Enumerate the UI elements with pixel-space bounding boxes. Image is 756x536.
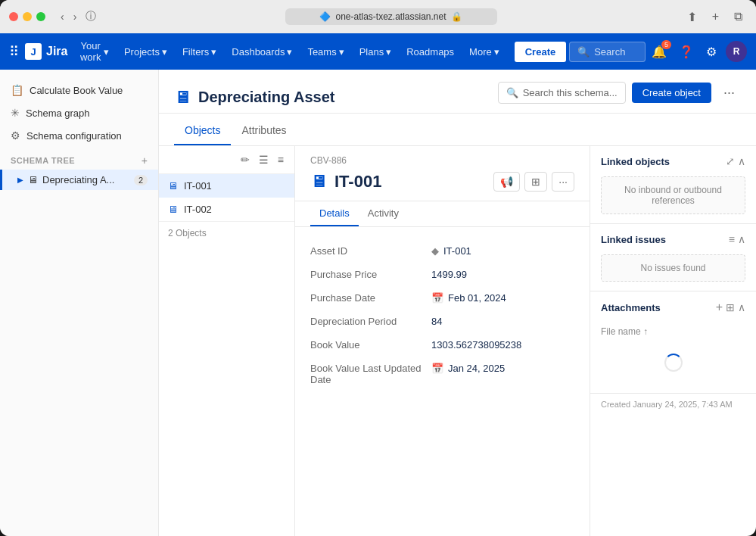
attachments-collapse-button[interactable]: ∧	[738, 301, 745, 313]
close-button[interactable]	[9, 12, 18, 21]
filter-icon-button[interactable]: ☰	[256, 152, 272, 167]
object-item-icon-it001: 🖥	[168, 180, 178, 192]
search-bar[interactable]: 🔍 Search	[569, 42, 646, 62]
detail-title-left: 🖥 IT-001	[310, 172, 381, 192]
linked-objects-title: Linked objects	[601, 156, 670, 167]
sidebar-item-schema-config[interactable]: ⚙ Schema configuration	[0, 124, 158, 147]
detail-panel: CBV-886 🖥 IT-001 📢 ⊞ ··· Detai	[295, 146, 590, 536]
loading-spinner	[601, 341, 745, 384]
nav-dashboards[interactable]: Dashboards ▾	[226, 43, 298, 61]
schema-tree-section: SCHEMA TREE +	[0, 147, 158, 170]
sidebar-item-schema-graph[interactable]: ✳ Schema graph	[0, 101, 158, 124]
nav-your-work[interactable]: Your work ▾	[73, 37, 114, 66]
announce-button[interactable]: 📢	[493, 172, 520, 192]
linked-objects-actions: ⤢ ∧	[726, 155, 745, 167]
object-list: ✏ ☰ ≡ 🖥 IT-001 🖥 IT-002	[159, 146, 295, 536]
jira-favicon-icon: 🔷	[319, 11, 331, 22]
calculate-icon: 📋	[11, 84, 23, 96]
detail-more-button[interactable]: ···	[552, 172, 574, 192]
detail-title-text: IT-001	[334, 172, 381, 192]
nav-plans[interactable]: Plans ▾	[353, 43, 398, 61]
linked-issues-title: Linked issues	[601, 234, 666, 245]
share-button[interactable]: ⬆	[683, 8, 702, 26]
asset-more-button[interactable]: ···	[717, 82, 741, 104]
copy-button[interactable]: ⧉	[730, 8, 747, 25]
linked-objects-section: Linked objects ⤢ ∧ No inbound or outboun…	[590, 146, 756, 224]
created-info: Created January 24, 2025, 7:43 AM	[590, 394, 756, 415]
create-object-button[interactable]: Create object	[632, 83, 711, 103]
tree-item-badge: 2	[134, 175, 148, 185]
file-name-header: File name ↑	[601, 323, 745, 341]
detail-title-actions: 📢 ⊞ ···	[493, 172, 574, 192]
nav-roadmaps[interactable]: Roadmaps	[400, 43, 460, 61]
linked-objects-expand-icon[interactable]: ⤢	[726, 155, 735, 167]
schema-graph-icon: ✳	[11, 107, 20, 119]
object-item-label-it002: IT-002	[184, 204, 212, 215]
forward-button[interactable]: ›	[70, 8, 80, 25]
info-button[interactable]: ⓘ	[82, 8, 99, 25]
sidebar-tree-depreciating[interactable]: ▶ 🖥 Depreciating A... 2	[0, 170, 158, 190]
field-value-asset-id: ◆ IT-001	[431, 245, 471, 257]
nav-more[interactable]: More ▾	[463, 43, 506, 61]
attachments-add-button[interactable]: +	[716, 301, 723, 314]
minimize-button[interactable]	[23, 12, 32, 21]
main-tabs: Objects Attributes	[159, 117, 756, 146]
create-button[interactable]: Create	[515, 42, 566, 62]
avatar[interactable]: R	[726, 41, 747, 62]
sidebar-item-calculate[interactable]: 📋 Calculate Book Value	[0, 79, 158, 101]
lock-icon: 🔒	[451, 11, 462, 22]
linked-issues-filter-icon[interactable]: ≡	[729, 233, 735, 245]
object-item-it002[interactable]: 🖥 IT-002	[159, 198, 294, 221]
edit-icon-button[interactable]: ✏	[238, 152, 253, 167]
detail-tabs: Details Activity	[295, 201, 590, 227]
field-book-value-date: Book Value Last Updated Date 📅 Jan 24, 2…	[310, 357, 574, 391]
asset-title-text: Depreciating Asset	[198, 89, 334, 106]
nav-projects[interactable]: Projects ▾	[118, 43, 173, 61]
tab-objects[interactable]: Objects	[174, 117, 231, 145]
schema-search-icon: 🔍	[506, 87, 518, 98]
back-button[interactable]: ‹	[58, 8, 67, 25]
tab-attributes[interactable]: Attributes	[231, 117, 297, 145]
list-view-button[interactable]: ≡	[275, 152, 287, 167]
window-controls: ‹ › ⓘ	[58, 8, 99, 25]
nav-teams[interactable]: Teams ▾	[301, 43, 350, 61]
apps-grid-icon[interactable]: ⠿	[9, 43, 19, 60]
add-schema-button[interactable]: +	[142, 154, 148, 167]
url-display[interactable]: 🔷 one-atlas-txez.atlassian.net 🔒	[285, 8, 497, 25]
sidebar-item-schema-graph-label: Schema graph	[26, 108, 90, 119]
attachments-section: Attachments + ⊞ ∧ File name ↑	[590, 291, 756, 394]
linked-objects-content: No inbound or outbound references	[590, 173, 756, 223]
field-value-purchase-price: 1499.99	[431, 269, 467, 280]
linked-issues-section: Linked issues ≡ ∧ No issues found	[590, 224, 756, 291]
nav-filters[interactable]: Filters ▾	[176, 43, 222, 61]
detail-tab-activity[interactable]: Activity	[359, 201, 408, 226]
maximize-button[interactable]	[36, 12, 45, 21]
attachments-grid-button[interactable]: ⊞	[726, 301, 735, 313]
notification-badge: 5	[661, 40, 671, 49]
help-button[interactable]: ❓	[676, 42, 697, 62]
object-list-toolbar: ✏ ☰ ≡	[159, 146, 294, 174]
detail-tab-details[interactable]: Details	[310, 201, 359, 226]
linked-objects-header: Linked objects ⤢ ∧	[590, 146, 756, 173]
content-area: 🖥 Depreciating Asset 🔍 Search this schem…	[159, 70, 756, 536]
asset-header-right: 🔍 Search this schema... Create object ··…	[498, 82, 741, 104]
schema-search-placeholder: Search this schema...	[523, 87, 618, 98]
new-tab-button[interactable]: +	[708, 8, 723, 25]
calendar2-icon: 📅	[431, 363, 443, 374]
detail-title-icon: 🖥	[310, 172, 327, 192]
nav-right-actions: 🔔 5 ❓ ⚙ R	[649, 41, 747, 62]
field-label-depreciation-period: Depreciation Period	[310, 316, 431, 327]
field-value-depreciation-period: 84	[431, 316, 442, 327]
tree-expand-icon: ▶	[17, 176, 23, 184]
detail-fields: Asset ID ◆ IT-001 Purchase Price 1499.99…	[295, 227, 590, 404]
linked-issues-collapse-button[interactable]: ∧	[738, 233, 745, 245]
settings-button[interactable]: ⚙	[703, 42, 720, 62]
notification-button[interactable]: 🔔 5	[649, 42, 670, 62]
qr-button[interactable]: ⊞	[524, 172, 547, 192]
schema-search-bar[interactable]: 🔍 Search this schema...	[498, 82, 626, 104]
object-count: 2 Objects	[159, 221, 294, 245]
search-icon: 🔍	[577, 46, 590, 58]
object-item-it001[interactable]: 🖥 IT-001	[159, 174, 294, 198]
schema-config-icon: ⚙	[11, 129, 20, 142]
linked-objects-collapse-button[interactable]: ∧	[738, 155, 745, 167]
